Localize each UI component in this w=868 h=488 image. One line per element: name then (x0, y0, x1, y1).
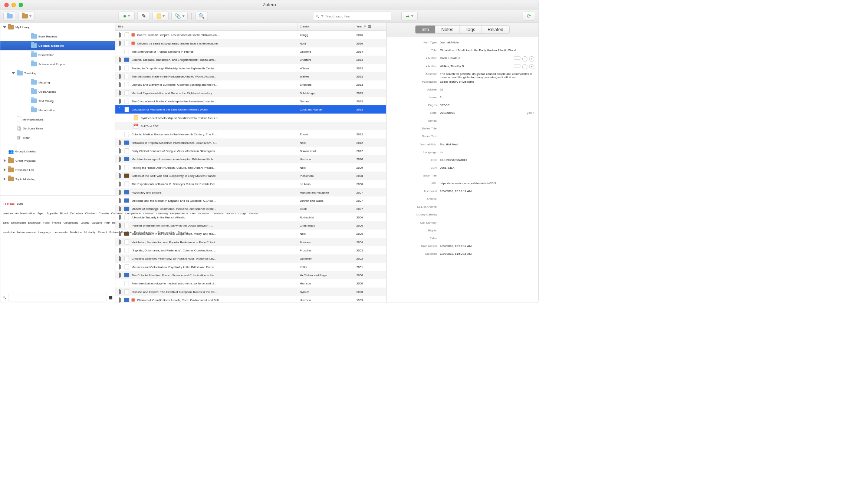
field-value-date[interactable]: 2013/08/01 (440, 111, 524, 115)
item-row[interactable]: Circulation of Medicine in the Early Mod… (115, 105, 386, 113)
item-row[interactable]: Battles of the Self: War and Subjectivit… (115, 171, 386, 179)
item-row[interactable]: Colonial Medical Encounters in the Ninet… (115, 130, 386, 138)
collection-row[interactable]: Mapping (0, 78, 115, 87)
disclosure-triangle[interactable] (118, 215, 122, 218)
item-row[interactable]: Psychiatry and EmpireMahone and Vaughan2… (115, 188, 386, 196)
disclosure-triangle[interactable] (118, 290, 122, 293)
item-row[interactable]: Early Clinical Features of Dengue Virus … (115, 146, 386, 155)
column-year[interactable]: Year ∨ ▥ (354, 23, 386, 30)
collections-tree[interactable]: My LibraryBook ReviewsColonial MedicineD… (0, 23, 115, 195)
item-row[interactable]: Madness and Colonization: Psychiatry in … (115, 263, 386, 271)
item-row[interactable]: The Colonial Machine: French Science and… (115, 271, 386, 279)
disclosure-triangle[interactable] (118, 224, 122, 227)
item-row[interactable]: Medicine and the Market in England and I… (115, 196, 386, 204)
collection-row[interactable]: Science and Empire (0, 59, 115, 69)
tag[interactable]: France (52, 221, 61, 224)
item-row[interactable]: Choosing Scientific Patrimony: Sir Ronal… (115, 254, 386, 263)
tag[interactable]: To Read (3, 202, 14, 205)
tag[interactable]: Appetite (47, 211, 58, 215)
zoom-window-button[interactable] (19, 3, 23, 7)
item-row[interactable]: The Circulation of Bodily Knowledge in t… (115, 97, 386, 105)
collection-row[interactable]: Open Access (0, 87, 115, 96)
field-value-issn[interactable]: 0951-631X (440, 166, 534, 169)
disclosure-triangle[interactable] (118, 257, 122, 260)
add-author-button[interactable]: + (529, 56, 535, 62)
item-row[interactable]: Officiers de santé et soignantes créoles… (115, 39, 386, 47)
item-row[interactable]: The Medicines Trade in the Portuguese At… (115, 72, 386, 80)
disclosure-triangle[interactable] (118, 190, 122, 194)
field-label[interactable]: ▾ Author (391, 64, 437, 67)
tag[interactable]: Expertise (28, 221, 41, 224)
field-value-language[interactable]: en (440, 150, 534, 154)
item-row[interactable]: Full Text PDF (115, 122, 386, 130)
collection-row[interactable]: Colonial Medicine (0, 41, 115, 50)
field-value-journal-abbr[interactable]: Soc Hist Med (440, 142, 534, 146)
tag[interactable]: Medicine (70, 230, 82, 234)
disclosure-triangle[interactable] (118, 99, 122, 103)
disclosure-triangle[interactable] (118, 108, 122, 111)
tag[interactable]: Aged (37, 211, 45, 215)
add-author-button[interactable]: + (529, 64, 535, 69)
disclosure-triangle[interactable] (118, 248, 122, 252)
disclosure-triangle[interactable] (3, 177, 7, 181)
new-note-button[interactable] (152, 12, 168, 21)
field-value-title[interactable]: Circulation of Medicine in the Early Mod… (440, 49, 534, 52)
item-row[interactable]: Transnationalism in the colonies: Cooper… (115, 230, 386, 238)
field-value-url[interactable]: https://academic.oup.com/shm/article/26/… (440, 182, 534, 185)
tag-filter-input[interactable] (8, 294, 107, 301)
disclosure-triangle[interactable] (118, 165, 122, 169)
tag[interactable]: Geography (63, 221, 78, 224)
item-row[interactable]: Networks in Tropical Medicine: Internati… (115, 138, 386, 146)
item-row[interactable]: Disease and Empire: The Health of Europe… (115, 287, 386, 296)
field-value-author[interactable]: Walker, Timothy D. (440, 64, 511, 67)
tag-selector[interactable]: To Read19th centuryAcclimatizationAgedAp… (0, 195, 115, 292)
tag[interactable]: Guyane (92, 221, 102, 224)
field-value-doi[interactable]: 10.1093/shm/hkt013 (440, 158, 534, 161)
field-label[interactable]: ▾ Author (391, 56, 437, 60)
remove-author-button[interactable]: − (522, 56, 527, 62)
add-attachment-button[interactable]: 📎 (171, 12, 187, 21)
creator-mode-toggle[interactable] (514, 56, 520, 60)
item-row[interactable]: Finding the "Ideal Diet": Nutrition, Cul… (115, 163, 386, 171)
collection-row[interactable]: 🗑Trash (0, 133, 115, 142)
tag[interactable]: Blood (60, 211, 68, 215)
field-value-abstract[interactable]: The search for powerful drugs has caused… (440, 72, 534, 79)
field-value-item-type[interactable]: Journal Article (440, 41, 534, 44)
item-row[interactable]: The Experiments of Ramón M. Termeyer SJ … (115, 180, 386, 188)
quick-search-input[interactable]: 🔍Title, Creator, Year (313, 12, 391, 21)
tab-info[interactable]: Info (415, 26, 435, 33)
field-value-publication[interactable]: Social History of Medicine (440, 80, 534, 83)
item-row[interactable]: From medical astrology to medical astron… (115, 279, 386, 287)
disclosure-triangle[interactable] (118, 273, 122, 277)
tab-tags[interactable]: Tags (460, 26, 481, 33)
items-list[interactable]: Guerre, maladie, empire. Les services de… (115, 31, 386, 303)
disclosure-triangle[interactable] (118, 199, 122, 202)
disclosure-triangle[interactable] (118, 141, 122, 144)
tag[interactable]: Mortality (84, 230, 95, 234)
collection-row[interactable]: My Library (0, 23, 115, 32)
tag[interactable]: Acclimatization (15, 211, 35, 215)
item-row[interactable]: Variolation, Vaccination and Popular Res… (115, 238, 386, 246)
tag-color-menu-icon[interactable]: ▦ (109, 295, 113, 300)
field-value-volume[interactable]: 26 (440, 88, 534, 91)
item-row[interactable]: Medicine in an age of commerce and empir… (115, 155, 386, 163)
item-row[interactable]: "Neither of meate nor drinke, but what t… (115, 221, 386, 229)
disclosure-triangle[interactable] (11, 71, 15, 75)
new-item-button[interactable]: ● (119, 12, 135, 21)
tag[interactable]: Children (85, 211, 96, 215)
advanced-search-button[interactable]: 🔍 (195, 12, 208, 21)
disclosure-triangle[interactable] (3, 168, 7, 172)
collection-row[interactable]: Topic Modeling (0, 174, 115, 184)
disclosure-triangle[interactable] (118, 207, 122, 210)
item-row[interactable]: A Horrible Tragedy in the French Atlanti… (115, 213, 386, 221)
disclosure-triangle[interactable] (3, 25, 7, 29)
column-title[interactable]: Title (115, 23, 297, 30)
tag[interactable]: Climate (99, 211, 109, 215)
collection-row[interactable]: Grant Proposal (0, 156, 115, 165)
tag[interactable]: Food (43, 221, 49, 224)
collection-row[interactable]: Dissertation (0, 50, 115, 59)
collection-row[interactable]: Text Mining (0, 96, 115, 105)
tag[interactable]: Empiricism (11, 221, 26, 224)
item-row[interactable]: Matters of exchange: commerce, medicine,… (115, 205, 386, 213)
column-menu-icon[interactable]: ▥ (368, 24, 371, 28)
